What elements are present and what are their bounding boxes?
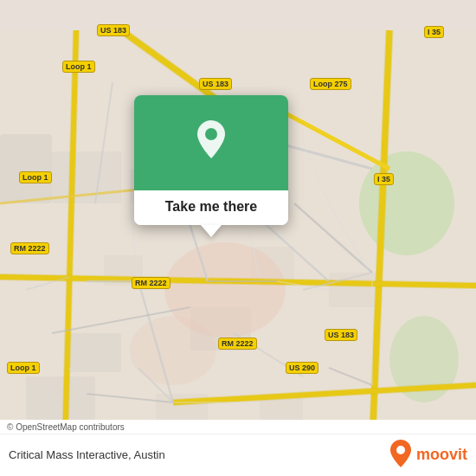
svg-point-53 — [205, 128, 217, 140]
popup-header — [134, 95, 288, 190]
moovit-logo: moovit — [389, 440, 467, 469]
popup-body[interactable]: Take me there — [134, 190, 288, 225]
svg-rect-7 — [69, 333, 121, 372]
svg-point-54 — [396, 446, 405, 454]
road-badge-i35: I 35 — [424, 26, 444, 38]
location-bar: Critical Mass Interactive, Austin moovit — [0, 434, 476, 476]
svg-rect-3 — [0, 134, 52, 203]
moovit-pin-icon — [389, 440, 413, 469]
svg-point-1 — [359, 151, 454, 255]
road-badge-loop1-mid: Loop 1 — [19, 171, 52, 183]
road-badge-rm2222-mid: RM 2222 — [132, 277, 170, 289]
road-badge-i35-mid: I 35 — [374, 173, 394, 185]
take-me-there-button[interactable]: Take me there — [165, 199, 257, 214]
location-popup[interactable]: Take me there — [134, 95, 288, 225]
map-container[interactable]: US 183US 183Loop 1Loop 1Loop 1Loop 275I … — [0, 0, 476, 476]
map-attribution: © OpenStreetMap contributors — [0, 420, 476, 434]
road-badge-us183-top: US 183 — [97, 24, 130, 36]
location-name: Critical Mass Interactive, Austin — [9, 448, 165, 461]
road-badge-loop1-bot: Loop 1 — [7, 362, 40, 374]
road-badge-rm2222-left: RM 2222 — [10, 242, 49, 254]
popup-tail — [201, 225, 222, 237]
road-badge-us183-mid: US 183 — [199, 78, 232, 90]
road-badge-loop1-top: Loop 1 — [62, 61, 95, 73]
road-badge-us290: US 290 — [286, 362, 318, 374]
bottom-bar: © OpenStreetMap contributors Critical Ma… — [0, 420, 476, 476]
moovit-label: moovit — [416, 446, 467, 464]
road-badge-rm2222-right: RM 2222 — [218, 338, 257, 350]
svg-point-15 — [130, 316, 216, 385]
road-badge-us183-lower: US 183 — [325, 329, 357, 341]
location-pin-icon — [192, 120, 230, 165]
svg-rect-10 — [26, 376, 95, 420]
road-badge-loop275: Loop 275 — [310, 78, 351, 90]
